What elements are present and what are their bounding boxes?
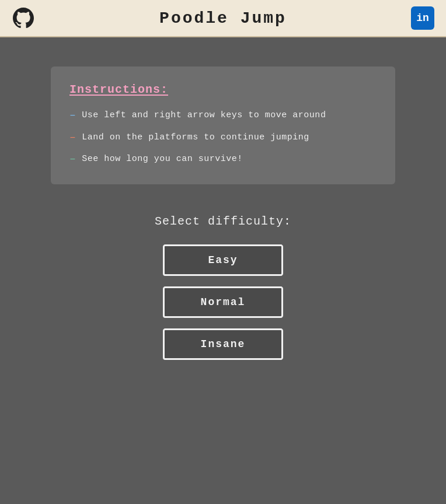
main-area: Instructions: – Use left and right arrow… [0,37,446,504]
normal-button[interactable]: Normal [163,286,283,318]
github-icon[interactable] [12,6,35,30]
easy-button[interactable]: Easy [163,244,283,276]
instructions-list: – Use left and right arrow keys to move … [69,109,377,166]
instruction-text: See how long you can survive! [82,153,243,165]
difficulty-label: Select difficulty: [155,215,291,228]
list-item: – See how long you can survive! [69,153,377,166]
instructions-heading: Instructions: [69,83,377,96]
page-title: Poodle Jump [159,9,287,27]
header: Poodle Jump in [0,0,446,37]
instruction-text: Use left and right arrow keys to move ar… [82,109,326,121]
instruction-text: Land on the platforms to continue jumpin… [82,131,309,144]
difficulty-buttons: Easy Normal Insane [163,244,283,360]
list-item: – Use left and right arrow keys to move … [69,109,377,122]
instructions-box: Instructions: – Use left and right arrow… [51,66,395,184]
bullet-icon: – [69,153,76,166]
insane-button[interactable]: Insane [163,328,283,360]
linkedin-icon[interactable]: in [411,6,434,30]
bullet-icon: – [69,131,76,144]
list-item: – Land on the platforms to continue jump… [69,131,377,144]
bullet-icon: – [69,109,76,122]
